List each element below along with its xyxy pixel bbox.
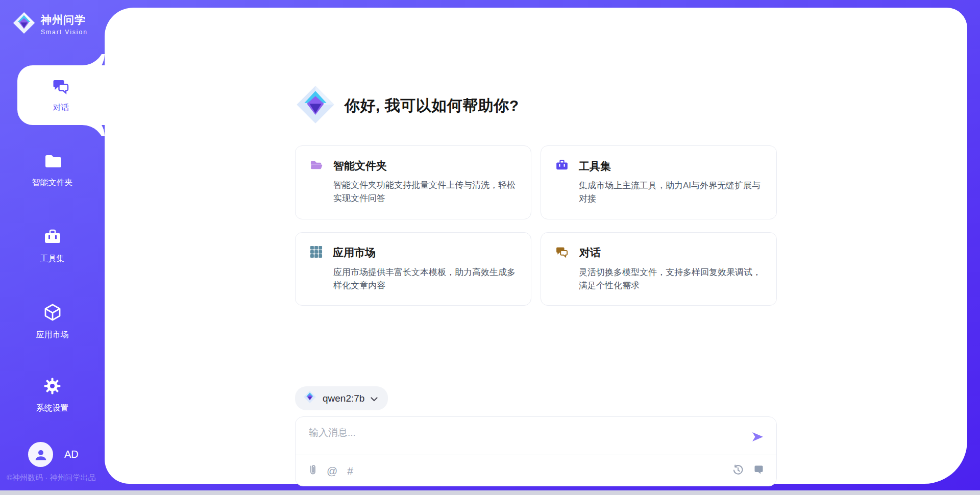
quick-phrase-button[interactable] [753,464,764,477]
composer-left-tools: @ # [308,464,353,477]
card-description: 集成市场上主流工具，助力AI与外界无缝扩展与对接 [555,179,762,206]
card-description: 智能文件夹功能支持批量文件上传与清洗，轻松实现文件问答 [310,179,517,206]
toolbox-icon [43,228,62,247]
main-content: 你好, 我可以如何帮助你? 智能文件夹 智能文件夹功能支持批量文件上传与清洗，轻… [295,8,777,486]
user-profile[interactable]: AD [28,442,79,467]
sidebar-item-label: 应用市场 [36,330,69,340]
card-title: 应用市场 [333,245,376,260]
grid-icon [310,245,323,260]
card-app-market[interactable]: 应用市场 应用市场提供丰富长文本模板，助力高效生成多样化文章内容 [295,232,531,306]
at-icon: @ [327,465,337,476]
history-icon [732,464,744,477]
card-chat[interactable]: 对话 灵活切换多模型文件，支持多样回复效果调试，满足个性化需求 [541,232,777,306]
feature-cards: 智能文件夹 智能文件夹功能支持批量文件上传与清洗，轻松实现文件问答 [295,145,777,306]
mention-button[interactable]: @ [327,465,337,476]
card-smart-folder[interactable]: 智能文件夹 智能文件夹功能支持批量文件上传与清洗，轻松实现文件问答 [295,145,531,219]
brand: 神州问学 Smart Vision [12,11,88,37]
card-head: 工具集 [555,159,762,174]
avatar [28,442,53,467]
send-button[interactable] [751,430,764,445]
brand-name: 神州问学 [41,13,88,27]
composer-toolbar: @ # [296,455,776,486]
topic-button[interactable]: # [347,465,353,476]
sidebar-item-label: 智能文件夹 [32,178,73,188]
model-selector[interactable]: qwen2:7b [295,386,388,410]
sidebar-item-chat[interactable]: 对话 [17,65,105,125]
app-root: 神州问学 Smart Vision 对话 智能文件夹 [0,0,980,495]
sidebar-item-smart-folder[interactable]: 智能文件夹 [0,153,105,188]
brand-logo-icon [12,11,36,37]
card-head: 应用市场 [310,245,517,260]
cube-icon [43,303,62,324]
card-description: 应用市场提供丰富长文本模板，助力高效生成多样化文章内容 [310,266,517,293]
card-toolset[interactable]: 工具集 集成市场上主流工具，助力AI与外界无缝扩展与对接 [541,145,777,219]
card-head: 对话 [555,245,762,260]
model-name: qwen2:7b [323,393,364,404]
card-title: 对话 [579,245,601,260]
send-icon [751,437,764,445]
card-title: 智能文件夹 [333,159,387,173]
toolbox-icon [555,159,569,174]
attach-button[interactable] [308,464,317,477]
model-selector-row: qwen2:7b [295,386,777,410]
card-title: 工具集 [579,159,611,174]
model-logo-icon [303,390,316,406]
copyright-text: ©神州数码 · 神州问学出品 [7,473,95,483]
sidebar-item-label: 对话 [53,103,69,113]
sidebar-item-app-market[interactable]: 应用市场 [0,303,105,340]
gear-icon [43,377,61,397]
chat-icon [52,78,70,97]
sidebar-item-toolset[interactable]: 工具集 [0,228,105,264]
composer-right-tools [732,464,764,477]
chat-icon [555,245,569,260]
sidebar: 神州问学 Smart Vision 对话 智能文件夹 [0,0,105,495]
window-bottom-edge [0,490,980,495]
sidebar-item-label: 工具集 [40,254,65,264]
hash-icon: # [347,465,353,476]
history-button[interactable] [732,464,744,477]
message-composer: @ # [295,416,777,486]
main-panel: 你好, 我可以如何帮助你? 智能文件夹 智能文件夹功能支持批量文件上传与清洗，轻… [105,8,967,484]
greeting-title: 你好, 我可以如何帮助你? [345,95,519,116]
message-input[interactable] [309,426,736,452]
card-description: 灵活切换多模型文件，支持多样回复效果调试，满足个性化需求 [555,266,762,293]
assistant-logo-icon [295,84,336,127]
paperclip-icon [308,464,317,477]
brand-text: 神州问学 Smart Vision [41,13,88,36]
card-head: 智能文件夹 [310,159,517,173]
brand-subtitle: Smart Vision [41,29,88,36]
welcome-row: 你好, 我可以如何帮助你? [295,84,777,127]
user-initials: AD [64,449,79,460]
sidebar-item-label: 系统设置 [36,403,69,414]
chevron-down-icon [371,393,378,404]
sidebar-item-settings[interactable]: 系统设置 [0,377,105,414]
folder-icon [43,153,62,171]
folder-open-icon [310,159,323,173]
message-icon [753,464,764,477]
